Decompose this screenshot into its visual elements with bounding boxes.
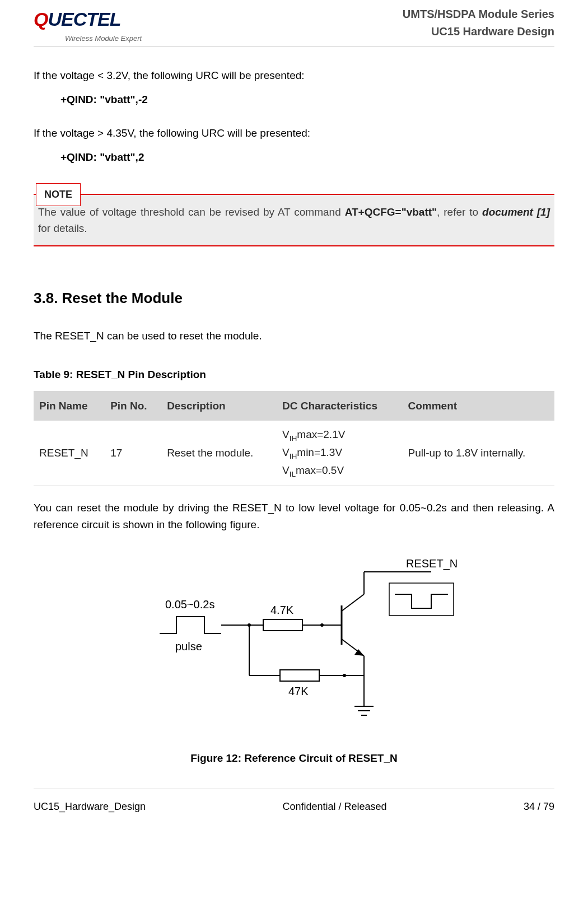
para-low-voltage: If the voltage < 3.2V, the following URC…	[34, 67, 554, 83]
page-footer: UC15_Hardware_Design Confidential / Rele…	[34, 789, 554, 826]
cell-pin-name: RESET_N	[34, 421, 105, 486]
cell-pin-no: 17	[105, 421, 161, 486]
footer-right: 34 / 79	[524, 799, 554, 815]
fig-r2: 47K	[288, 685, 309, 697]
note-text-post: for details.	[38, 222, 87, 234]
figure-caption: Figure 12: Reference Circuit of RESET_N	[34, 750, 554, 766]
logo: QUECTEL Wireless Module Expert	[34, 4, 142, 44]
cell-comment: Pull-up to 1.8V internally.	[402, 421, 554, 486]
after-table-para: You can reset the module by driving the …	[34, 500, 554, 533]
note-cmd: AT+QCFG="vbatt"	[345, 206, 437, 218]
fig-signal: RESET_N	[406, 557, 458, 570]
note-text-mid: , refer to	[437, 206, 482, 218]
note-body: The value of voltage threshold can be re…	[34, 194, 554, 247]
section-heading: 3.8. Reset the Module	[34, 287, 554, 309]
svg-rect-7	[280, 670, 319, 681]
pin-table: Pin Name Pin No. Description DC Characte…	[34, 391, 554, 486]
cell-desc: Reset the module.	[161, 421, 277, 486]
svg-line-12	[342, 594, 364, 611]
urc-high: +QIND: "vbatt",2	[34, 149, 554, 165]
svg-rect-23	[389, 583, 454, 616]
fig-pulse-time: 0.05~0.2s	[165, 598, 214, 611]
section-intro: The RESET_N can be used to reset the mod…	[34, 328, 554, 344]
figure-reset-circuit: 0.05~0.2s pulse 4.7K 47K	[34, 555, 554, 734]
th-description: Description	[161, 391, 277, 421]
note-text-pre: The value of voltage threshold can be re…	[38, 206, 345, 218]
header-titles: UMTS/HSDPA Module Series UC15 Hardware D…	[403, 6, 554, 40]
th-dc: DC Characteristics	[277, 391, 403, 421]
note-label: NOTE	[36, 183, 81, 207]
logo-q: Q	[34, 8, 48, 30]
th-comment: Comment	[402, 391, 554, 421]
circuit-svg: 0.05~0.2s pulse 4.7K 47K	[120, 555, 468, 734]
svg-point-5	[248, 623, 251, 627]
page-header: QUECTEL Wireless Module Expert UMTS/HSDP…	[34, 0, 554, 47]
th-pin-no: Pin No.	[105, 391, 161, 421]
logo-rest: UECTEL	[48, 8, 120, 30]
table-row: RESET_N 17 Reset the module. VIHmax=2.1V…	[34, 421, 554, 486]
cell-dc: VIHmax=2.1V VIHmin=1.3V VILmax=0.5V	[277, 421, 403, 486]
fig-pulse-label: pulse	[175, 640, 202, 653]
para-high-voltage: If the voltage > 4.35V, the following UR…	[34, 125, 554, 141]
note-doc: document [1]	[482, 206, 550, 218]
fig-r1: 4.7K	[270, 604, 294, 616]
logo-tagline: Wireless Module Expert	[65, 33, 142, 44]
footer-center: Confidential / Released	[282, 799, 386, 815]
th-pin-name: Pin Name	[34, 391, 105, 421]
header-line1: UMTS/HSDPA Module Series	[403, 6, 554, 23]
table-caption: Table 9: RESET_N Pin Description	[34, 366, 554, 383]
svg-rect-1	[263, 619, 302, 631]
header-line2: UC15 Hardware Design	[403, 23, 554, 40]
note-block: NOTE The value of voltage threshold can …	[34, 194, 554, 247]
urc-low: +QIND: "vbatt",-2	[34, 91, 554, 108]
footer-left: UC15_Hardware_Design	[34, 799, 146, 815]
